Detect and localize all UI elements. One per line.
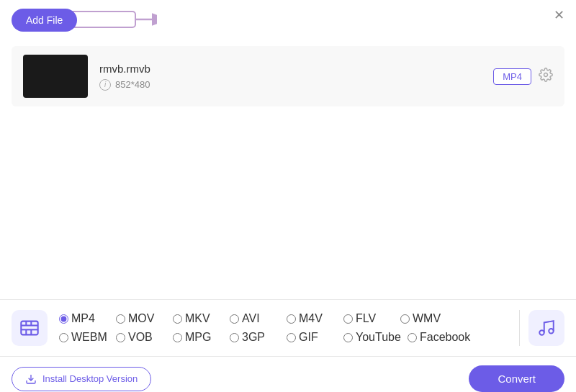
close-icon: ✕ <box>554 8 564 22</box>
format-option-mkv[interactable]: MKV <box>173 312 227 325</box>
arrow-indicator <box>63 4 157 35</box>
convert-button[interactable]: Convert <box>469 365 564 392</box>
format-option-mov[interactable]: MOV <box>116 312 170 325</box>
settings-icon[interactable] <box>539 68 553 86</box>
info-icon[interactable]: i <box>99 79 111 91</box>
install-label: Install Desktop Version <box>42 373 138 384</box>
format-bar: MP4 MOV MKV AVI M4V FLV WMV W <box>0 299 576 356</box>
format-option-avi[interactable]: AVI <box>230 312 284 325</box>
svg-point-12 <box>549 329 554 334</box>
format-option-flv[interactable]: FLV <box>343 312 397 325</box>
format-option-facebook[interactable]: Facebook <box>408 331 472 344</box>
main-content <box>0 112 576 299</box>
audio-format-icon[interactable] <box>528 310 564 346</box>
format-options: MP4 MOV MKV AVI M4V FLV WMV W <box>59 312 510 344</box>
format-option-webm[interactable]: WEBM <box>59 331 113 344</box>
format-divider <box>519 310 520 346</box>
format-option-wmv[interactable]: WMV <box>400 312 454 325</box>
format-option-vob[interactable]: VOB <box>116 331 170 344</box>
file-name: rmvb.rmvb <box>99 63 482 75</box>
footer: Install Desktop Version Convert <box>0 356 576 392</box>
svg-rect-4 <box>21 322 37 335</box>
format-option-gif[interactable]: GIF <box>287 331 341 344</box>
format-option-mpg[interactable]: MPG <box>173 331 227 344</box>
file-info: rmvb.rmvb i 852*480 <box>99 63 482 91</box>
format-row-2: WEBM VOB MPG 3GP GIF YouTube Facebook <box>59 331 510 344</box>
file-actions: MP4 <box>493 68 553 86</box>
header: Add File ✕ <box>0 0 576 40</box>
format-row-1: MP4 MOV MKV AVI M4V FLV WMV <box>59 312 510 325</box>
close-button[interactable]: ✕ <box>554 9 564 22</box>
video-format-icon[interactable] <box>12 310 48 346</box>
add-file-button[interactable]: Add File <box>12 9 77 32</box>
file-meta: i 852*480 <box>99 79 482 91</box>
download-icon <box>25 373 37 385</box>
format-badge[interactable]: MP4 <box>493 68 531 85</box>
format-option-m4v[interactable]: M4V <box>287 312 341 325</box>
format-option-youtube[interactable]: YouTube <box>343 331 405 344</box>
format-option-3gp[interactable]: 3GP <box>230 331 284 344</box>
svg-point-3 <box>544 73 548 76</box>
file-list: rmvb.rmvb i 852*480 MP4 <box>0 40 576 112</box>
file-resolution: 852*480 <box>115 79 150 90</box>
svg-point-11 <box>539 330 544 335</box>
install-desktop-button[interactable]: Install Desktop Version <box>12 367 151 391</box>
format-option-mp4[interactable]: MP4 <box>59 312 113 325</box>
file-item: rmvb.rmvb i 852*480 MP4 <box>12 46 564 106</box>
file-thumbnail <box>23 55 88 98</box>
